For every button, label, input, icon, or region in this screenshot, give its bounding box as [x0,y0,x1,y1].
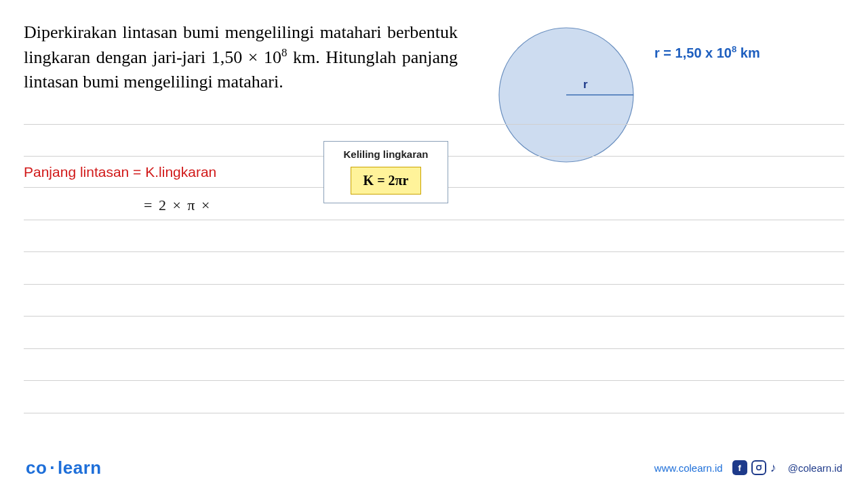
instagram-icon[interactable] [751,460,766,475]
ruled-line [24,124,844,125]
handwritten-step: = 2 × π × [144,197,211,214]
social-icons: f ♪ @colearn.id [732,460,842,475]
panjang-lintasan-equation: Panjang lintasan = K.lingkaran [24,164,216,180]
page: Diperkirakan lintasan bumi mengelilingi … [0,0,868,488]
footer-right: www.colearn.id f ♪ @colearn.id [654,460,842,475]
social-handle[interactable]: @colearn.id [788,462,842,474]
ruled-line [24,316,844,317]
facebook-icon[interactable]: f [732,460,747,475]
site-url[interactable]: www.colearn.id [654,462,723,474]
ruled-line [24,220,844,220]
brand-logo: co·learn [26,458,102,479]
radius-label: r [583,78,588,91]
svg-point-1 [760,465,762,466]
formula-card-title: Keliling lingkaran [331,148,441,160]
formula-card: Keliling lingkaran K = 2πr [323,141,448,203]
problem-text: Diperkirakan lintasan bumi mengelilingi … [24,20,458,95]
ruled-line [24,348,844,349]
radius-value: r = 1,50 x 108 km [654,44,760,61]
tiktok-icon[interactable]: ♪ [770,461,784,475]
logo-right: learn [58,458,102,478]
ruled-line [24,380,844,381]
logo-left: co [26,458,47,478]
logo-dot: · [50,458,55,478]
ruled-line [24,251,844,252]
svg-point-0 [757,466,761,470]
ruled-line [24,284,844,285]
formula-card-body: K = 2πr [351,167,422,195]
ruled-line [24,413,844,413]
footer: co·learn www.colearn.id f ♪ @colearn.id [0,447,868,488]
